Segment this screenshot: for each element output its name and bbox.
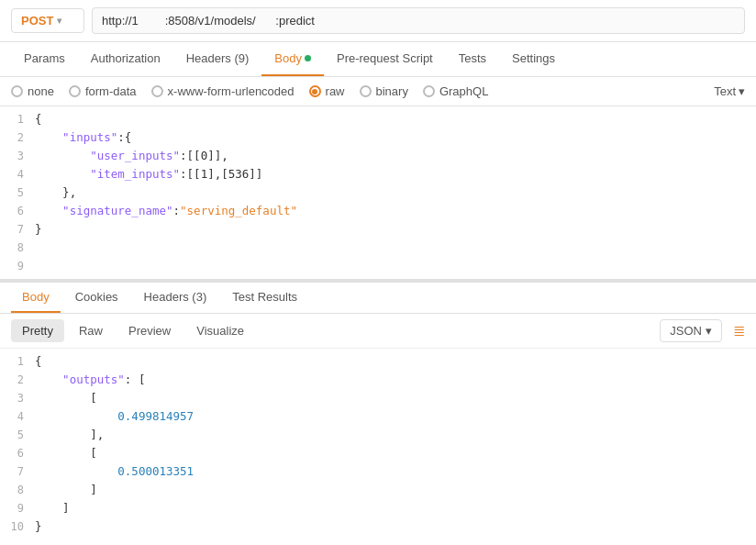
pretty-button[interactable]: Pretty	[11, 319, 64, 342]
tab-body[interactable]: Body	[261, 42, 324, 76]
resp-line-9: 9 ]	[0, 499, 756, 517]
body-active-dot	[305, 55, 311, 61]
preview-button[interactable]: Preview	[117, 319, 182, 342]
tab-params[interactable]: Params	[11, 42, 78, 76]
option-urlencoded-label: x-www-form-urlencoded	[168, 84, 295, 98]
tab-authorization[interactable]: Authorization	[78, 42, 173, 76]
raw-button[interactable]: Raw	[68, 319, 114, 342]
url-input[interactable]	[92, 7, 745, 34]
resp-line-2: 2 "outputs": [	[0, 371, 756, 389]
tab-settings[interactable]: Settings	[499, 42, 568, 76]
radio-binary	[360, 85, 372, 97]
method-chevron-icon: ▾	[57, 16, 61, 26]
option-none[interactable]: none	[11, 84, 54, 98]
radio-raw	[309, 85, 321, 97]
url-bar: POST ▾	[0, 0, 756, 42]
text-format-selector[interactable]: Text ▾	[714, 84, 745, 98]
req-line-3: 3 "user_inputs":[[0]],	[0, 147, 756, 165]
option-form-data[interactable]: form-data	[69, 84, 137, 98]
radio-graphql	[423, 85, 435, 97]
resp-line-5: 5 ],	[0, 426, 756, 444]
option-none-label: none	[28, 84, 54, 98]
json-label: JSON	[670, 324, 702, 338]
req-line-6: 6 "signature_name":"serving_default"	[0, 202, 756, 220]
method-selector[interactable]: POST ▾	[11, 8, 84, 33]
radio-form-data	[69, 85, 81, 97]
resp-line-7: 7 0.500013351	[0, 462, 756, 481]
filter-icon[interactable]: ≣	[733, 322, 745, 339]
tab-headers[interactable]: Headers (9)	[173, 42, 262, 76]
tab-tests[interactable]: Tests	[446, 42, 499, 76]
json-format-selector[interactable]: JSON ▾	[660, 319, 722, 342]
req-line-4: 4 "item_inputs":[[1],[536]]	[0, 165, 756, 184]
body-options-bar: none form-data x-www-form-urlencoded raw…	[0, 77, 756, 106]
radio-urlencoded	[151, 85, 163, 97]
option-binary[interactable]: binary	[360, 84, 408, 98]
resp-line-1: 1 {	[0, 352, 756, 371]
option-raw-label: raw	[326, 84, 345, 98]
resp-line-8: 8 ]	[0, 481, 756, 499]
req-line-9: 9	[0, 257, 756, 275]
option-raw[interactable]: raw	[309, 84, 345, 98]
option-graphql-label: GraphQL	[439, 84, 488, 98]
method-label: POST	[21, 14, 53, 28]
option-graphql[interactable]: GraphQL	[423, 84, 488, 98]
resp-line-6: 6 [	[0, 444, 756, 462]
req-line-7: 7 }	[0, 220, 756, 239]
radio-none	[11, 85, 23, 97]
json-chevron-icon: ▾	[706, 324, 712, 338]
resp-tab-headers[interactable]: Headers (3)	[133, 283, 218, 313]
response-tabs-bar: Body Cookies Headers (3) Test Results	[0, 283, 756, 314]
text-format-chevron-icon: ▾	[739, 84, 745, 98]
resp-headers-label: Headers (3)	[144, 290, 207, 304]
option-urlencoded[interactable]: x-www-form-urlencoded	[151, 84, 295, 98]
response-body-code[interactable]: 1 { 2 "outputs": [ 3 [ 4 0.499814957 5 ]…	[0, 349, 756, 539]
req-line-5: 5 },	[0, 184, 756, 202]
text-format-label: Text	[714, 84, 736, 98]
option-form-data-label: form-data	[85, 84, 137, 98]
resp-tab-cookies[interactable]: Cookies	[64, 283, 129, 313]
body-tab-label: Body	[274, 51, 302, 65]
resp-line-3: 3 [	[0, 389, 756, 407]
option-binary-label: binary	[376, 84, 408, 98]
resp-line-10: 10 }	[0, 517, 756, 536]
resp-tab-body[interactable]: Body	[11, 283, 61, 313]
resp-tab-test-results[interactable]: Test Results	[221, 283, 308, 313]
req-line-2: 2 "inputs":{	[0, 128, 756, 147]
visualize-button[interactable]: Visualize	[185, 319, 255, 342]
resp-line-4: 4 0.499814957	[0, 407, 756, 426]
response-format-bar: Pretty Raw Preview Visualize JSON ▾ ≣	[0, 314, 756, 349]
request-body-code[interactable]: 1 { 2 "inputs":{ 3 "user_inputs":[[0]], …	[0, 106, 756, 283]
request-tabs-bar: Params Authorization Headers (9) Body Pr…	[0, 42, 756, 77]
tab-pre-request-script[interactable]: Pre-request Script	[324, 42, 446, 76]
req-line-8: 8	[0, 239, 756, 257]
req-line-1: 1 {	[0, 110, 756, 128]
